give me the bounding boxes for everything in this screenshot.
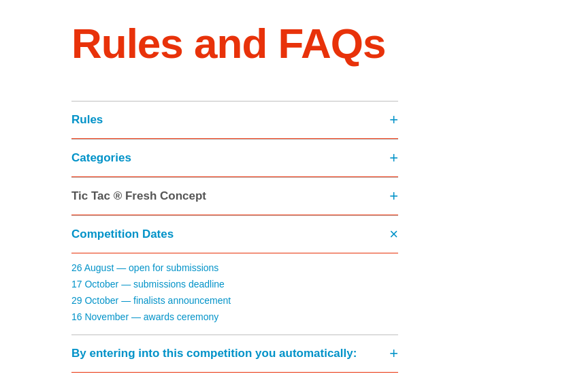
- accordion-label-dates: Competition Dates: [71, 228, 174, 241]
- date-entry: 26 August — open for submissions: [71, 260, 398, 277]
- accordion-toggle-rules[interactable]: Rules +: [71, 102, 398, 139]
- accordion-item-dates: Competition Dates × 26 August — open for…: [71, 215, 398, 334]
- accordion-label-tictac: Tic Tac ® Fresh Concept: [71, 189, 206, 203]
- accordion-icon-tictac: +: [389, 189, 398, 204]
- accordion-label-categories: Categories: [71, 151, 131, 165]
- date-entry: 17 October — submissions deadline: [71, 277, 398, 293]
- accordion-icon-categories: +: [389, 151, 398, 166]
- date-entry: 29 October — finalists announcement: [71, 293, 398, 309]
- page-title: Rules and FAQs: [71, 20, 517, 67]
- accordion-toggle-entering[interactable]: By entering into this competition you au…: [71, 335, 398, 373]
- accordion-list: Rules + Categories + Tic Tac ® Fresh Con…: [71, 101, 398, 373]
- accordion-icon-dates: ×: [389, 227, 398, 242]
- accordion-item-rules: Rules +: [71, 101, 398, 139]
- accordion-content-dates: 26 August — open for submissions17 Octob…: [71, 253, 398, 334]
- accordion-toggle-dates[interactable]: Competition Dates ×: [71, 216, 398, 253]
- page-container: Rules and FAQs Rules + Categories + Tic …: [0, 0, 588, 389]
- accordion-item-tictac: Tic Tac ® Fresh Concept +: [71, 177, 398, 215]
- accordion-icon-rules: +: [389, 112, 398, 127]
- accordion-label-entering: By entering into this competition you au…: [71, 347, 357, 360]
- accordion-toggle-tictac[interactable]: Tic Tac ® Fresh Concept +: [71, 178, 398, 215]
- accordion-item-categories: Categories +: [71, 139, 398, 177]
- accordion-label-rules: Rules: [71, 113, 103, 127]
- date-entry: 16 November — awards ceremony: [71, 309, 398, 326]
- accordion-toggle-categories[interactable]: Categories +: [71, 140, 398, 177]
- accordion-item-entering: By entering into this competition you au…: [71, 334, 398, 373]
- accordion-icon-entering: +: [389, 346, 398, 361]
